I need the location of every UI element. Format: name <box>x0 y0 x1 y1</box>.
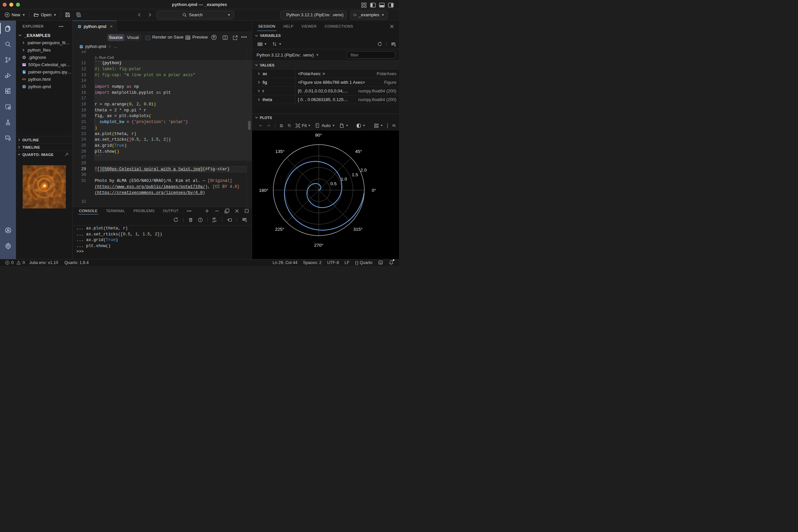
svg-text:225°: 225° <box>275 227 284 232</box>
svg-text:90°: 90° <box>315 133 322 138</box>
svg-text:2.0: 2.0 <box>360 168 367 173</box>
svg-text:1.5: 1.5 <box>352 172 358 177</box>
svg-text:315°: 315° <box>353 227 362 232</box>
svg-text:270°: 270° <box>314 243 323 248</box>
svg-text:180°: 180° <box>259 188 268 193</box>
svg-text:0.5: 0.5 <box>330 181 337 186</box>
svg-text:0°: 0° <box>372 188 376 193</box>
svg-text:135°: 135° <box>275 149 285 154</box>
svg-text:1.0: 1.0 <box>341 176 347 182</box>
svg-text:45°: 45° <box>355 149 362 154</box>
